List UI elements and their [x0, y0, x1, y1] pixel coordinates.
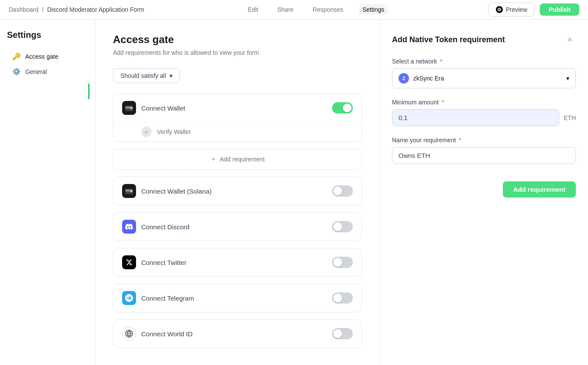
connect-twitter-group: Connect Twitter	[113, 248, 362, 277]
filter-label: Should satisfy all	[120, 72, 166, 79]
sidebar-general-label: General	[25, 68, 47, 75]
svg-rect-8	[130, 191, 132, 192]
right-panel: Add Native Token requirement × Select a …	[379, 20, 588, 365]
connect-discord-label: Connect Discord	[141, 223, 332, 231]
toggle-thumb	[333, 329, 342, 338]
breadcrumb: Dashboard / Discord Moderator Applicatio…	[9, 6, 144, 13]
connect-wallet-item: Connect Wallet	[113, 94, 362, 122]
toggle-thumb	[333, 222, 342, 231]
verify-wallet-item: Verify Wallet	[113, 122, 362, 141]
amount-field-label: Minimum amount *	[392, 99, 576, 106]
page-title: Access gate	[113, 33, 362, 46]
connect-discord-item: Connect Discord	[113, 213, 362, 241]
add-requirement-submit[interactable]: Add requirement	[503, 181, 576, 198]
network-value: zkSync Era	[413, 75, 444, 82]
connect-worldid-group: Connect World ID	[113, 319, 362, 348]
eye-icon	[495, 6, 503, 13]
wallet-icon	[122, 101, 136, 115]
connect-twitter-label: Connect Twitter	[141, 259, 332, 266]
nav-settings[interactable]: Settings	[359, 4, 388, 15]
amount-row: ETH	[392, 109, 576, 126]
breadcrumb-sep: /	[42, 6, 44, 13]
panel-title: Add Native Token requirement	[392, 35, 505, 44]
breadcrumb-home[interactable]: Dashboard	[9, 6, 39, 13]
amount-input[interactable]	[392, 109, 559, 126]
main-content: Access gate Add requirements for who is …	[96, 20, 379, 365]
nav-links: Edit Share Responses Settings	[151, 4, 481, 15]
connect-worldid-item: Connect World ID	[113, 320, 362, 348]
connect-telegram-group: Connect Telegram	[113, 284, 362, 312]
required-star: *	[440, 58, 442, 65]
twitter-icon	[122, 255, 136, 269]
connect-discord-toggle[interactable]	[332, 221, 353, 232]
sidebar: Settings 🔑 Access gate ⚙️ General	[0, 20, 96, 365]
connect-wallet-solana-group: Connect Wallet (Solana)	[113, 177, 362, 205]
publish-button[interactable]: Publish	[540, 3, 579, 16]
toggle-thumb	[333, 294, 342, 302]
connect-worldid-label: Connect World ID	[141, 330, 332, 338]
close-icon: ×	[567, 35, 572, 45]
connect-wallet-solana-label: Connect Wallet (Solana)	[141, 188, 332, 195]
network-select[interactable]: Z zkSync Era ▾	[392, 68, 576, 88]
wallet-sol-icon	[122, 184, 136, 198]
connect-wallet-label: Connect Wallet	[141, 104, 332, 112]
name-input[interactable]	[392, 147, 576, 164]
connect-worldid-toggle[interactable]	[332, 328, 353, 339]
amount-unit: ETH	[564, 114, 576, 121]
chevron-down-icon: ▾	[566, 75, 569, 82]
connect-twitter-toggle[interactable]	[332, 257, 353, 268]
sidebar-title: Settings	[7, 30, 88, 40]
top-nav: Dashboard / Discord Moderator Applicatio…	[0, 0, 588, 20]
key-icon: 🔑	[12, 52, 21, 60]
main-layout: Settings 🔑 Access gate ⚙️ General Access…	[0, 20, 588, 365]
connect-wallet-toggle[interactable]	[332, 102, 353, 114]
svg-rect-5	[130, 108, 132, 109]
gear-icon: ⚙️	[12, 67, 21, 76]
preview-button[interactable]: Preview	[488, 3, 535, 17]
nav-edit[interactable]: Edit	[244, 4, 262, 15]
preview-label: Preview	[506, 6, 528, 13]
nav-responses[interactable]: Responses	[309, 4, 347, 15]
name-field-label: Name your requirement *	[392, 137, 576, 144]
chevron-down-icon: ▾	[169, 72, 173, 79]
toggle-thumb	[343, 104, 352, 112]
add-requirement-button[interactable]: ＋ Add requirement	[113, 149, 362, 170]
page-subtitle: Add requirements for who is allowed to v…	[113, 49, 362, 56]
connect-telegram-item: Connect Telegram	[113, 284, 362, 312]
connect-discord-group: Connect Discord	[113, 212, 362, 241]
connect-telegram-label: Connect Telegram	[141, 295, 332, 302]
verify-wallet-label: Verify Wallet	[157, 128, 353, 135]
connect-wallet-solana-toggle[interactable]	[332, 185, 353, 197]
connect-telegram-toggle[interactable]	[332, 292, 353, 304]
connect-wallet-group: Connect Wallet Verify Wallet	[113, 94, 362, 142]
connect-twitter-item: Connect Twitter	[113, 248, 362, 276]
toggle-thumb	[333, 187, 342, 195]
add-req-label: Add requirement	[220, 156, 265, 163]
toggle-thumb	[333, 258, 342, 267]
svg-point-2	[498, 9, 500, 10]
breadcrumb-page: Discord Moderator Application Form	[47, 6, 144, 13]
sidebar-wrapper: Settings 🔑 Access gate ⚙️ General	[0, 20, 96, 365]
required-star-2: *	[442, 99, 444, 106]
nav-share[interactable]: Share	[274, 4, 297, 15]
connect-wallet-solana-item: Connect Wallet (Solana)	[113, 177, 362, 205]
sidebar-item-access-gate[interactable]: 🔑 Access gate	[7, 49, 88, 64]
check-circle-icon	[141, 127, 152, 137]
top-right-actions: Preview Publish	[488, 3, 579, 17]
filter-dropdown[interactable]: Should satisfy all ▾	[113, 68, 180, 83]
plus-icon: ＋	[210, 155, 216, 163]
zksync-icon: Z	[399, 73, 409, 84]
network-select-left: Z zkSync Era	[399, 73, 444, 84]
telegram-icon	[122, 291, 136, 305]
sidebar-access-gate-label: Access gate	[25, 53, 58, 60]
worldid-icon	[122, 327, 136, 341]
active-indicator	[88, 84, 90, 99]
sidebar-item-general[interactable]: ⚙️ General	[7, 64, 88, 79]
network-field-label: Select a network *	[392, 58, 576, 65]
discord-icon	[122, 220, 136, 234]
close-button[interactable]: ×	[564, 33, 576, 46]
required-star-3: *	[459, 137, 461, 144]
panel-header: Add Native Token requirement ×	[392, 33, 576, 46]
